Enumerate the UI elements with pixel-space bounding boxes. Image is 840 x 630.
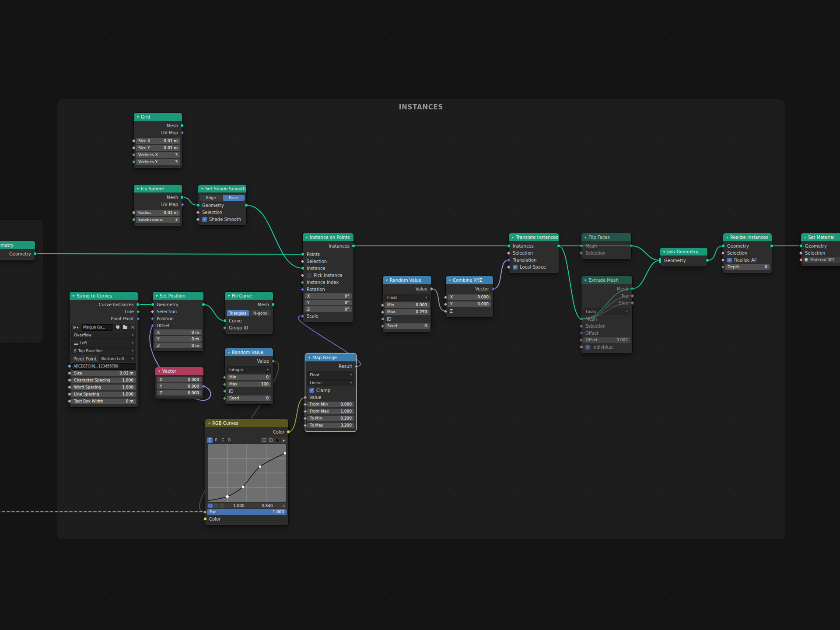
geo-socket[interactable] — [196, 203, 200, 207]
curve-widget[interactable] — [208, 444, 286, 502]
int-socket[interactable] — [223, 389, 227, 393]
font-name-field[interactable]: Malgun Go... — [81, 324, 113, 331]
value-slider[interactable]: Subdivisions3 — [136, 217, 180, 223]
bool-socket[interactable] — [799, 251, 803, 255]
curve-point[interactable] — [284, 452, 286, 455]
collapse-chevron-icon[interactable]: ▾ — [201, 187, 203, 191]
dropdown[interactable]: Bottom Left▾ — [99, 355, 136, 362]
node-jg[interactable]: ▾Join GeometryGeometry — [660, 248, 707, 266]
geo-socket[interactable] — [580, 317, 583, 321]
node-mr[interactable]: ▾Map RangeResultFloat▾Linear▾✓ClampValue… — [305, 354, 356, 431]
channel-button-g[interactable]: G — [220, 438, 226, 443]
value-slider[interactable]: Z0 m — [154, 343, 202, 348]
float-socket[interactable] — [132, 146, 136, 150]
node-header[interactable]: ▾String to Curves — [70, 292, 138, 300]
font-type-button[interactable]: F▾ — [71, 324, 80, 331]
channel-button-r[interactable]: R — [214, 438, 219, 443]
value-slider[interactable]: Z0.000 — [157, 390, 202, 396]
node-rvi[interactable]: ▾Random ValueValueInteger▾Min0Max100IDSe… — [225, 348, 273, 404]
collapse-chevron-icon[interactable]: ▾ — [449, 278, 451, 282]
checkbox[interactable]: ✓ — [513, 265, 518, 270]
value-slider[interactable]: X0.000 — [448, 294, 491, 300]
geo-socket[interactable] — [507, 244, 511, 248]
node-fc[interactable]: ▾Fill CurveMeshTrianglesN-gonsCurveGroup… — [225, 292, 273, 334]
node-rvf[interactable]: ▾Random ValueValueFloat▾Min0.000Max0.250… — [383, 276, 431, 332]
value-slider[interactable]: Z0° — [304, 306, 352, 312]
geo-socket[interactable] — [557, 244, 560, 248]
mat-socket[interactable] — [799, 258, 803, 262]
toggle-button-triangles[interactable]: Triangles — [227, 310, 249, 316]
collapse-chevron-icon[interactable]: ▾ — [663, 250, 665, 254]
collapse-chevron-icon[interactable]: ▾ — [308, 356, 310, 360]
node-header[interactable]: ▾Translate Instances — [509, 233, 559, 241]
material-selector[interactable]: Material.001 — [803, 257, 840, 263]
geo-socket[interactable] — [180, 196, 184, 199]
geo-socket[interactable] — [202, 303, 205, 306]
collapse-chevron-icon[interactable]: ▾ — [306, 235, 308, 239]
toggle-button-face[interactable]: Face — [223, 195, 245, 201]
text-input[interactable]: ABCDEFGHIJ...123456789 — [71, 363, 136, 370]
curve-point[interactable] — [242, 486, 244, 488]
geo-socket[interactable] — [151, 303, 154, 306]
node-header[interactable]: ▾Instance on Points — [303, 233, 354, 241]
node-header[interactable]: ▾Combine XYZ — [446, 276, 493, 284]
checkbox[interactable]: ✓ — [309, 388, 314, 393]
dropdown[interactable]: ATop Baseline▾ — [71, 347, 136, 354]
checkbox[interactable] — [307, 273, 312, 278]
collapse-chevron-icon[interactable]: ▾ — [158, 369, 160, 373]
sample-color-icon[interactable] — [274, 438, 280, 443]
geo-socket[interactable] — [770, 244, 774, 248]
geo-socket[interactable] — [136, 303, 140, 306]
node-header[interactable]: ▾Flip Faces — [581, 233, 631, 241]
collapse-chevron-icon[interactable]: ▾ — [156, 294, 158, 298]
node-header[interactable]: ▾Ico Sphere — [134, 185, 182, 192]
float-socket[interactable] — [68, 399, 71, 403]
node-vec[interactable]: ▾VectorX0.000Y0.000Z0.000 — [155, 367, 203, 399]
handle-type-button[interactable] — [208, 504, 213, 508]
node-header[interactable]: ▾RGB Curves — [205, 419, 288, 427]
value-slider[interactable]: Y0.000 — [157, 383, 202, 389]
collapse-chevron-icon[interactable]: ▾ — [228, 350, 230, 354]
node-header[interactable]: ▾Grid — [134, 113, 182, 121]
geo-socket[interactable] — [706, 259, 709, 262]
value-slider[interactable]: X0 m — [154, 329, 202, 335]
geo-socket[interactable] — [630, 244, 633, 248]
geo-socket[interactable] — [580, 244, 583, 248]
node-header[interactable]: ▾Set Position — [153, 292, 203, 300]
value-slider[interactable]: X0° — [304, 293, 352, 299]
node-iop[interactable]: ▾Instance on PointsInstancesPointsSelect… — [303, 233, 354, 322]
value-slider[interactable]: From Max1.000 — [307, 409, 354, 414]
node-editor-canvas[interactable]: ▾Transform GeometryGeometry▾GridMeshUV M… — [0, 0, 840, 630]
value-slider[interactable]: Size0.03 m — [71, 371, 136, 376]
float-socket[interactable] — [132, 139, 136, 143]
geo-socket[interactable] — [245, 203, 248, 207]
geo-socket[interactable] — [630, 287, 634, 290]
checkbox[interactable]: ✓ — [727, 258, 732, 262]
node-ri[interactable]: ▾Realize InstancesGeometrySelection✓Real… — [723, 233, 772, 273]
col-socket[interactable] — [203, 517, 207, 521]
handle-right-button[interactable] — [220, 504, 224, 508]
value-slider[interactable]: Min0 — [227, 374, 271, 380]
collapse-chevron-icon[interactable]: ▾ — [137, 115, 139, 119]
dropdown[interactable]: Float▾ — [385, 294, 430, 301]
int-socket[interactable] — [132, 160, 136, 164]
value-slider[interactable]: Size Y0.01 m — [136, 145, 180, 151]
node-header[interactable]: ▾Map Range — [305, 354, 356, 361]
collapse-chevron-icon[interactable]: ▾ — [512, 235, 514, 239]
value-slider[interactable]: Line Spacing1.000 — [71, 392, 136, 397]
collapse-chevron-icon[interactable]: ▾ — [584, 235, 586, 239]
value-slider[interactable]: Character Spacing1.000 — [71, 378, 136, 383]
value-slider[interactable]: Fac1.000 — [207, 509, 287, 515]
node-header[interactable]: ▾Vector — [155, 367, 203, 375]
float-socket[interactable] — [68, 385, 71, 389]
channel-button-b[interactable]: B — [227, 438, 232, 443]
fake-user-button[interactable] — [114, 324, 121, 331]
node-ti[interactable]: ▾Translate InstancesInstancesSelectionTr… — [509, 233, 559, 273]
dropdown[interactable]: Overflow▾ — [71, 332, 136, 339]
dropdown[interactable]: Linear▾ — [307, 379, 354, 386]
float-socket[interactable] — [68, 392, 71, 396]
collapse-chevron-icon[interactable]: ▾ — [208, 421, 210, 425]
handle-left-button[interactable] — [214, 504, 218, 508]
checkbox[interactable]: ✓ — [585, 345, 590, 350]
node-header[interactable]: ▾Extrude Mesh — [581, 276, 632, 284]
